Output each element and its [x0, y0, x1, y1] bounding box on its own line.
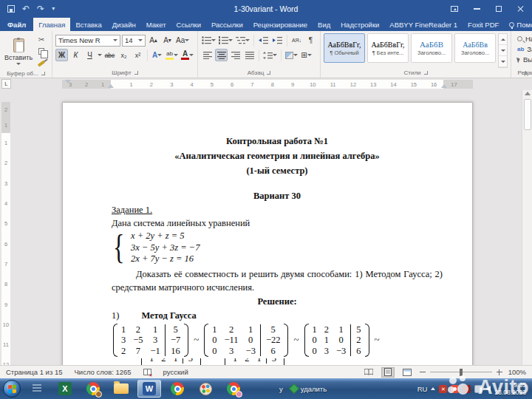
maximize-button[interactable]	[488, 0, 510, 18]
bullets-button[interactable]	[201, 34, 216, 47]
align-left-button[interactable]	[201, 49, 214, 61]
taskbar-explorer-button[interactable]	[109, 380, 133, 398]
speaker-icon[interactable]	[486, 386, 491, 392]
find-button[interactable]: Найти	[517, 35, 532, 43]
styles-gallery-expand-icon[interactable]	[499, 56, 507, 67]
increase-indent-button[interactable]	[271, 34, 284, 47]
clipboard-dialog-launcher-icon[interactable]	[41, 72, 45, 75]
style-heading2[interactable]: АаБбВв Заголово...	[454, 33, 496, 63]
subscript-button[interactable]: x₂	[117, 49, 130, 61]
read-mode-button[interactable]	[362, 367, 375, 378]
print-layout-button[interactable]	[381, 367, 395, 378]
minimize-button[interactable]	[466, 0, 488, 18]
scroll-up-icon[interactable]	[525, 92, 531, 95]
zoom-level[interactable]: 100%	[508, 368, 526, 376]
clock[interactable]: 9:35 23.08.2023	[494, 381, 529, 396]
tab-view[interactable]: Вид	[313, 18, 335, 31]
taskbar-chrome2-button[interactable]	[166, 380, 189, 398]
right-indent-marker[interactable]	[441, 84, 447, 88]
shrink-font-button[interactable]: А▾	[161, 34, 174, 47]
tray-app-icon[interactable]	[463, 385, 471, 393]
language-indicator[interactable]: русский	[163, 368, 188, 376]
italic-button[interactable]: К	[69, 49, 82, 61]
tell-me-button[interactable]: Помощн	[504, 18, 532, 31]
cut-button[interactable]: ✂	[35, 35, 47, 44]
underline-button[interactable]: Ч	[83, 49, 96, 61]
sort-button[interactable]: АЯ↓	[290, 34, 303, 47]
taskbar-excel-button[interactable]: X	[53, 380, 77, 398]
quick-launch-icon[interactable]	[25, 380, 49, 398]
superscript-button[interactable]: x²	[132, 49, 144, 61]
taskbar-paint-button[interactable]	[194, 380, 217, 398]
proofing-icon[interactable]	[143, 369, 151, 375]
tab-review[interactable]: Рецензирование	[248, 18, 313, 31]
grow-font-button[interactable]: А▴	[147, 34, 160, 47]
tab-addins[interactable]: Надстройки	[335, 18, 384, 31]
zoom-out-icon[interactable]	[420, 372, 426, 373]
tab-references[interactable]: Ссылки	[171, 18, 206, 31]
decrease-indent-button[interactable]	[257, 34, 270, 47]
paragraph-dialog-launcher-icon[interactable]	[267, 71, 270, 75]
paste-button[interactable]: Вставить	[3, 33, 34, 69]
font-size-combo[interactable]: 14	[122, 35, 146, 47]
styles-scroll-down-icon[interactable]	[499, 45, 507, 56]
taskbar-word-button[interactable]: W	[137, 380, 161, 398]
web-layout-button[interactable]	[400, 367, 414, 378]
shading-button[interactable]	[284, 49, 299, 61]
text-effects-button[interactable]: А	[151, 49, 163, 61]
tray-alert-icon[interactable]	[451, 385, 459, 393]
tab-design[interactable]: Дизайн	[107, 18, 141, 31]
ribbon-display-options-button[interactable]	[443, 0, 466, 18]
save-icon[interactable]	[7, 5, 15, 13]
styles-dialog-launcher-icon[interactable]	[424, 71, 428, 75]
style-heading1[interactable]: АаБбВ Заголово...	[411, 33, 452, 63]
delete-shortcut[interactable]: удалить	[287, 380, 330, 398]
numbering-button[interactable]	[218, 34, 233, 47]
tab-selector[interactable]: L	[1, 79, 11, 89]
tab-layout[interactable]: Макет	[141, 18, 171, 31]
font-name-combo[interactable]: Times New R	[55, 35, 120, 47]
vertical-ruler[interactable]: 21 123456789101112	[1, 90, 10, 365]
tab-home[interactable]: Главная	[33, 18, 70, 31]
font-dialog-launcher-icon[interactable]	[134, 71, 138, 75]
styles-scroll-up-icon[interactable]	[499, 34, 507, 45]
align-center-button[interactable]	[215, 49, 228, 61]
underline-caret[interactable]	[98, 54, 102, 56]
strikethrough-button[interactable]: abc	[103, 49, 116, 61]
justify-button[interactable]	[243, 49, 256, 61]
close-button[interactable]	[510, 0, 532, 18]
language-switcher[interactable]: RU	[417, 385, 428, 393]
style-no-spacing[interactable]: АаБбВвГг, ¶ Без инте...	[367, 33, 409, 63]
format-painter-button[interactable]	[35, 58, 47, 68]
bold-button[interactable]: Ж	[55, 49, 68, 61]
multilevel-list-button[interactable]	[235, 34, 250, 47]
left-indent-marker[interactable]	[108, 84, 114, 88]
page-count[interactable]: Страница 1 из 15	[6, 368, 63, 376]
highlight-color-button[interactable]: ab	[165, 49, 179, 61]
zoom-in-icon[interactable]	[497, 369, 502, 375]
tray-expand-icon[interactable]	[431, 387, 435, 390]
copy-button[interactable]	[35, 47, 47, 56]
tab-insert[interactable]: Вставка	[70, 18, 106, 31]
font-color-button[interactable]: А	[180, 49, 194, 61]
horizontal-ruler[interactable]: L 321 1234567891011121314151617	[0, 78, 532, 90]
select-button[interactable]: Выделить	[517, 55, 532, 64]
line-spacing-button[interactable]	[262, 49, 278, 61]
tab-abbyy[interactable]: ABBYY FineReader 1	[384, 18, 463, 31]
borders-button[interactable]: ⊞	[300, 49, 313, 61]
zoom-slider-thumb[interactable]	[460, 369, 463, 376]
replace-button[interactable]: abЗаменить	[517, 45, 532, 53]
style-normal[interactable]: АаБбВвГг, ¶ Обычный	[324, 33, 365, 63]
align-right-button[interactable]	[229, 49, 242, 61]
taskbar-chrome-profile-button[interactable]	[222, 380, 245, 398]
document-page[interactable]: Контрольная работа №1 «Аналитическая гео…	[62, 102, 473, 365]
word-count[interactable]: Число слов: 1265	[75, 368, 132, 376]
show-marks-button[interactable]: ¶	[304, 34, 317, 47]
tab-foxit[interactable]: Foxit PDF	[463, 18, 504, 31]
start-button[interactable]	[3, 380, 21, 398]
first-line-indent-marker[interactable]	[65, 80, 71, 83]
tab-mailings[interactable]: Рассылки	[206, 18, 248, 31]
tab-file[interactable]: Файл	[0, 18, 33, 31]
vertical-scrollbar[interactable]	[522, 90, 532, 365]
zoom-slider[interactable]	[430, 372, 492, 373]
